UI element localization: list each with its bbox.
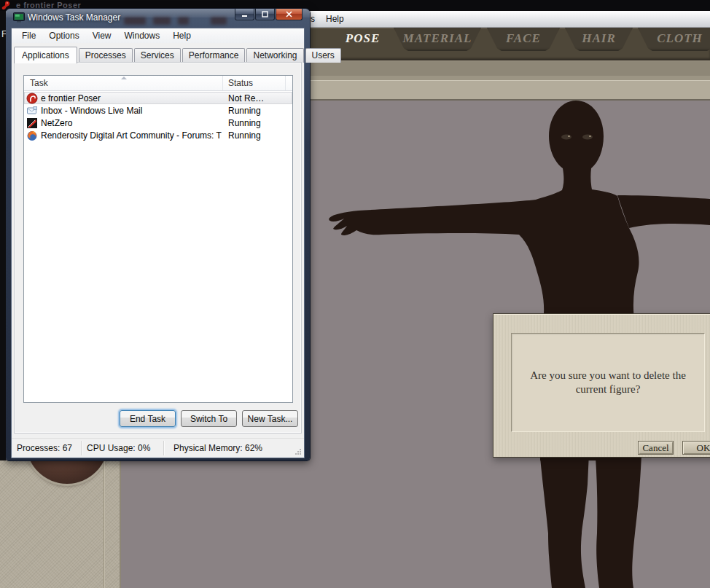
- cancel-button[interactable]: Cancel: [638, 441, 674, 455]
- status-divider: [163, 441, 164, 455]
- task-row-renderosity[interactable]: Renderosity Digital Art Community - Foru…: [24, 129, 292, 141]
- applications-tab-page: Task Status e front: [14, 62, 302, 434]
- poser-app-icon: [26, 93, 38, 104]
- status-physical-memory: Physical Memory: 62%: [173, 443, 262, 453]
- resize-grip[interactable]: [294, 448, 302, 455]
- dialog-message-panel: Are you sure you want to delete the curr…: [511, 333, 705, 432]
- task-status: Running: [228, 130, 261, 141]
- firefox-icon: [26, 130, 38, 141]
- camera-trackball[interactable]: [26, 459, 108, 484]
- tab-processes[interactable]: Processes: [79, 48, 133, 63]
- ok-button[interactable]: OK: [682, 441, 710, 455]
- task-name: NetZero: [41, 118, 222, 128]
- switch-to-button[interactable]: Switch To: [181, 410, 237, 427]
- task-buttons: End Task Switch To New Task...: [15, 410, 298, 427]
- status-cpu-usage: CPU Usage: 0%: [87, 443, 150, 453]
- task-row-netzero[interactable]: NetZero Running: [24, 117, 292, 129]
- glass-reflection: [124, 17, 146, 25]
- menu-file[interactable]: File: [15, 29, 42, 42]
- task-manager-window: Windows Task Manager File Options View W…: [6, 9, 310, 460]
- task-manager-content: File Options View Windows Help Applicati…: [11, 28, 305, 458]
- glass-reflection: [211, 17, 227, 25]
- status-divider: [81, 441, 82, 455]
- end-task-button[interactable]: End Task: [120, 410, 176, 427]
- column-header-status[interactable]: Status: [228, 78, 253, 88]
- netzero-icon: [26, 117, 38, 129]
- dialog-message-line2: current figure?: [576, 383, 641, 396]
- task-list-header[interactable]: Task Status: [24, 76, 292, 91]
- task-row-poser[interactable]: e frontier Poser Not Re…: [24, 92, 292, 104]
- tab-services[interactable]: Services: [134, 48, 181, 63]
- menu-options[interactable]: Options: [42, 29, 85, 42]
- task-manager-tabstrip: Applications Processes Services Performa…: [14, 46, 343, 63]
- tab-users[interactable]: Users: [305, 48, 341, 63]
- column-divider[interactable]: [285, 76, 286, 90]
- column-divider[interactable]: [222, 76, 223, 90]
- task-manager-menubar: File Options View Windows Help: [12, 28, 304, 43]
- screen: e frontier Poser s Help POSE MATERIAL FA…: [0, 0, 710, 588]
- column-header-task[interactable]: Task: [30, 78, 48, 88]
- menu-help[interactable]: Help: [166, 29, 198, 42]
- new-task-button[interactable]: New Task...: [242, 410, 298, 427]
- tab-applications[interactable]: Applications: [14, 47, 77, 63]
- menu-windows[interactable]: Windows: [118, 29, 167, 42]
- tab-performance[interactable]: Performance: [182, 48, 246, 63]
- task-list: Task Status e front: [23, 75, 293, 403]
- tab-networking[interactable]: Networking: [246, 48, 303, 63]
- task-name: e frontier Poser: [41, 93, 222, 103]
- glass-reflection: [178, 17, 189, 25]
- maximize-button[interactable]: [255, 9, 275, 20]
- poser-menu-file-fragment: F: [1, 29, 6, 39]
- sort-ascending-icon: [121, 77, 127, 79]
- menu-view[interactable]: View: [86, 29, 118, 42]
- task-status: Running: [228, 106, 261, 116]
- poser-side-panel: [0, 459, 121, 588]
- task-manager-statusbar: Processes: 67 CPU Usage: 0% Physical Mem…: [12, 438, 304, 458]
- mail-icon: [26, 105, 38, 117]
- close-button[interactable]: [276, 9, 303, 20]
- dialog-message-line1: Are you sure you want to delete the: [530, 369, 686, 383]
- task-manager-app-icon: [13, 12, 25, 23]
- task-name: Renderosity Digital Art Community - Foru…: [41, 130, 222, 141]
- task-manager-title: Windows Task Manager: [28, 12, 120, 23]
- task-rows: e frontier Poser Not Re… Inbox - Windows…: [24, 92, 292, 402]
- status-processes: Processes: 67: [17, 443, 72, 453]
- panel-seam-divider: [104, 459, 104, 588]
- poser-window-left-edge: F: [0, 11, 6, 460]
- task-name: Inbox - Windows Live Mail: [41, 106, 222, 116]
- glass-reflection: [153, 17, 171, 25]
- task-row-mail[interactable]: Inbox - Windows Live Mail Running: [24, 104, 292, 117]
- delete-figure-dialog: Are you sure you want to delete the curr…: [493, 313, 710, 458]
- task-status: Running: [228, 118, 261, 128]
- task-status: Not Re…: [228, 93, 264, 103]
- minimize-button[interactable]: [235, 9, 254, 20]
